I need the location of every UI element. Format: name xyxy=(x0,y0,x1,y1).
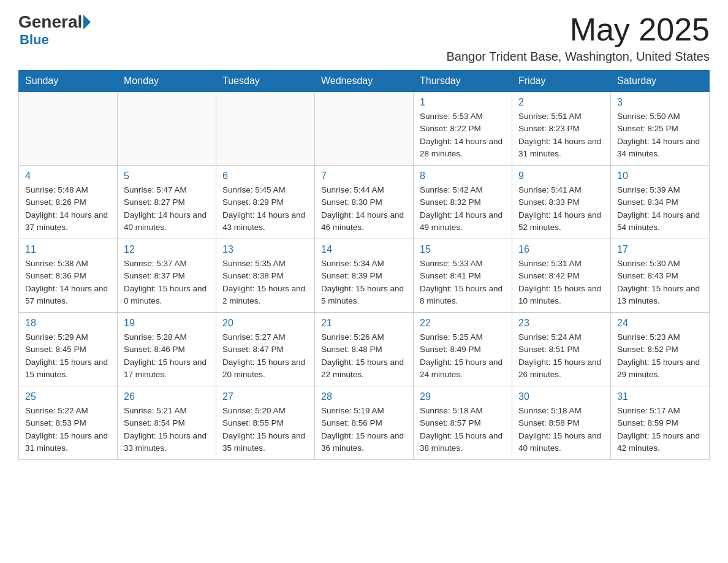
day-number: 23 xyxy=(518,318,604,329)
calendar-cell: 20Sunrise: 5:27 AMSunset: 8:47 PMDayligh… xyxy=(216,313,315,386)
day-number: 24 xyxy=(617,318,703,329)
calendar-cell: 28Sunrise: 5:19 AMSunset: 8:56 PMDayligh… xyxy=(315,386,414,460)
day-number: 17 xyxy=(617,244,703,255)
calendar-header-thursday: Thursday xyxy=(414,71,512,92)
day-info: Sunrise: 5:51 AMSunset: 8:23 PMDaylight:… xyxy=(518,110,604,160)
calendar-week-row: 25Sunrise: 5:22 AMSunset: 8:53 PMDayligh… xyxy=(19,386,710,460)
day-number: 13 xyxy=(222,244,308,255)
day-info: Sunrise: 5:18 AMSunset: 8:57 PMDaylight:… xyxy=(420,405,506,454)
title-area: May 2025 Bangor Trident Base, Washington… xyxy=(446,12,710,64)
day-info: Sunrise: 5:44 AMSunset: 8:30 PMDaylight:… xyxy=(321,184,407,234)
calendar-week-row: 11Sunrise: 5:38 AMSunset: 8:36 PMDayligh… xyxy=(19,239,710,313)
calendar-header-friday: Friday xyxy=(512,71,611,92)
calendar-header-saturday: Saturday xyxy=(611,71,710,92)
day-info: Sunrise: 5:50 AMSunset: 8:25 PMDaylight:… xyxy=(617,110,703,160)
day-number: 19 xyxy=(124,318,210,329)
calendar-cell: 24Sunrise: 5:23 AMSunset: 8:52 PMDayligh… xyxy=(611,313,710,386)
logo: General Blue xyxy=(18,12,91,48)
day-number: 5 xyxy=(124,170,210,182)
calendar-cell: 15Sunrise: 5:33 AMSunset: 8:41 PMDayligh… xyxy=(414,239,512,313)
day-number: 12 xyxy=(124,244,210,255)
calendar-cell: 13Sunrise: 5:35 AMSunset: 8:38 PMDayligh… xyxy=(216,239,315,313)
day-info: Sunrise: 5:21 AMSunset: 8:54 PMDaylight:… xyxy=(124,405,210,454)
calendar-cell: 31Sunrise: 5:17 AMSunset: 8:59 PMDayligh… xyxy=(611,386,710,460)
day-info: Sunrise: 5:28 AMSunset: 8:46 PMDaylight:… xyxy=(124,331,210,381)
calendar-cell: 3Sunrise: 5:50 AMSunset: 8:25 PMDaylight… xyxy=(611,92,710,166)
calendar-cell: 27Sunrise: 5:20 AMSunset: 8:55 PMDayligh… xyxy=(216,386,315,460)
calendar-header-monday: Monday xyxy=(118,71,216,92)
day-number: 15 xyxy=(420,244,506,255)
calendar-cell: 21Sunrise: 5:26 AMSunset: 8:48 PMDayligh… xyxy=(315,313,414,386)
day-number: 7 xyxy=(321,170,407,182)
day-info: Sunrise: 5:41 AMSunset: 8:33 PMDaylight:… xyxy=(518,184,604,234)
day-info: Sunrise: 5:30 AMSunset: 8:43 PMDaylight:… xyxy=(617,258,703,307)
day-number: 6 xyxy=(222,170,308,182)
calendar-cell: 16Sunrise: 5:31 AMSunset: 8:42 PMDayligh… xyxy=(512,239,611,313)
day-number: 31 xyxy=(617,391,703,402)
calendar-cell: 2Sunrise: 5:51 AMSunset: 8:23 PMDaylight… xyxy=(512,92,611,166)
day-info: Sunrise: 5:22 AMSunset: 8:53 PMDaylight:… xyxy=(25,405,111,454)
day-info: Sunrise: 5:45 AMSunset: 8:29 PMDaylight:… xyxy=(222,184,308,234)
day-info: Sunrise: 5:47 AMSunset: 8:27 PMDaylight:… xyxy=(124,184,210,234)
calendar-cell: 22Sunrise: 5:25 AMSunset: 8:49 PMDayligh… xyxy=(414,313,512,386)
day-number: 28 xyxy=(321,391,407,402)
day-number: 10 xyxy=(617,170,703,182)
day-number: 1 xyxy=(420,97,506,108)
day-number: 2 xyxy=(518,97,604,108)
day-number: 11 xyxy=(25,244,111,255)
calendar-week-row: 18Sunrise: 5:29 AMSunset: 8:45 PMDayligh… xyxy=(19,313,710,386)
day-info: Sunrise: 5:34 AMSunset: 8:39 PMDaylight:… xyxy=(321,258,407,307)
day-number: 18 xyxy=(25,318,111,329)
day-number: 22 xyxy=(420,318,506,329)
calendar-week-row: 4Sunrise: 5:48 AMSunset: 8:26 PMDaylight… xyxy=(19,166,710,239)
calendar-cell xyxy=(216,92,315,166)
calendar-cell: 8Sunrise: 5:42 AMSunset: 8:32 PMDaylight… xyxy=(414,166,512,239)
calendar-week-row: 1Sunrise: 5:53 AMSunset: 8:22 PMDaylight… xyxy=(19,92,710,166)
calendar-cell: 19Sunrise: 5:28 AMSunset: 8:46 PMDayligh… xyxy=(118,313,216,386)
day-number: 29 xyxy=(420,391,506,402)
calendar-cell: 4Sunrise: 5:48 AMSunset: 8:26 PMDaylight… xyxy=(19,166,118,239)
calendar-cell: 5Sunrise: 5:47 AMSunset: 8:27 PMDaylight… xyxy=(118,166,216,239)
day-info: Sunrise: 5:31 AMSunset: 8:42 PMDaylight:… xyxy=(518,258,604,307)
calendar-cell: 6Sunrise: 5:45 AMSunset: 8:29 PMDaylight… xyxy=(216,166,315,239)
calendar-cell: 17Sunrise: 5:30 AMSunset: 8:43 PMDayligh… xyxy=(611,239,710,313)
day-info: Sunrise: 5:17 AMSunset: 8:59 PMDaylight:… xyxy=(617,405,703,454)
day-number: 14 xyxy=(321,244,407,255)
logo-blue: Blue xyxy=(20,32,49,48)
page-header: General Blue May 2025 Bangor Trident Bas… xyxy=(18,12,710,64)
day-number: 3 xyxy=(617,97,703,108)
day-info: Sunrise: 5:38 AMSunset: 8:36 PMDaylight:… xyxy=(25,258,111,307)
calendar-cell: 25Sunrise: 5:22 AMSunset: 8:53 PMDayligh… xyxy=(19,386,118,460)
day-number: 16 xyxy=(518,244,604,255)
logo-arrow-icon xyxy=(83,15,91,29)
day-info: Sunrise: 5:48 AMSunset: 8:26 PMDaylight:… xyxy=(25,184,111,234)
calendar-header-wednesday: Wednesday xyxy=(315,71,414,92)
day-info: Sunrise: 5:23 AMSunset: 8:52 PMDaylight:… xyxy=(617,331,703,381)
calendar-header-tuesday: Tuesday xyxy=(216,71,315,92)
day-info: Sunrise: 5:20 AMSunset: 8:55 PMDaylight:… xyxy=(222,405,308,454)
day-info: Sunrise: 5:39 AMSunset: 8:34 PMDaylight:… xyxy=(617,184,703,234)
calendar-cell: 26Sunrise: 5:21 AMSunset: 8:54 PMDayligh… xyxy=(118,386,216,460)
day-number: 27 xyxy=(222,391,308,402)
calendar-cell: 7Sunrise: 5:44 AMSunset: 8:30 PMDaylight… xyxy=(315,166,414,239)
calendar-cell: 14Sunrise: 5:34 AMSunset: 8:39 PMDayligh… xyxy=(315,239,414,313)
day-info: Sunrise: 5:25 AMSunset: 8:49 PMDaylight:… xyxy=(420,331,506,381)
day-number: 26 xyxy=(124,391,210,402)
calendar-table: SundayMondayTuesdayWednesdayThursdayFrid… xyxy=(18,70,710,460)
day-info: Sunrise: 5:37 AMSunset: 8:37 PMDaylight:… xyxy=(124,258,210,307)
calendar-cell xyxy=(19,92,118,166)
day-info: Sunrise: 5:19 AMSunset: 8:56 PMDaylight:… xyxy=(321,405,407,454)
day-info: Sunrise: 5:53 AMSunset: 8:22 PMDaylight:… xyxy=(420,110,506,160)
day-number: 8 xyxy=(420,170,506,182)
calendar-cell: 23Sunrise: 5:24 AMSunset: 8:51 PMDayligh… xyxy=(512,313,611,386)
day-info: Sunrise: 5:26 AMSunset: 8:48 PMDaylight:… xyxy=(321,331,407,381)
day-number: 9 xyxy=(518,170,604,182)
day-info: Sunrise: 5:42 AMSunset: 8:32 PMDaylight:… xyxy=(420,184,506,234)
calendar-cell: 12Sunrise: 5:37 AMSunset: 8:37 PMDayligh… xyxy=(118,239,216,313)
calendar-cell: 18Sunrise: 5:29 AMSunset: 8:45 PMDayligh… xyxy=(19,313,118,386)
day-number: 21 xyxy=(321,318,407,329)
day-info: Sunrise: 5:24 AMSunset: 8:51 PMDaylight:… xyxy=(518,331,604,381)
calendar-cell: 1Sunrise: 5:53 AMSunset: 8:22 PMDaylight… xyxy=(414,92,512,166)
day-info: Sunrise: 5:29 AMSunset: 8:45 PMDaylight:… xyxy=(25,331,111,381)
calendar-cell: 29Sunrise: 5:18 AMSunset: 8:57 PMDayligh… xyxy=(414,386,512,460)
